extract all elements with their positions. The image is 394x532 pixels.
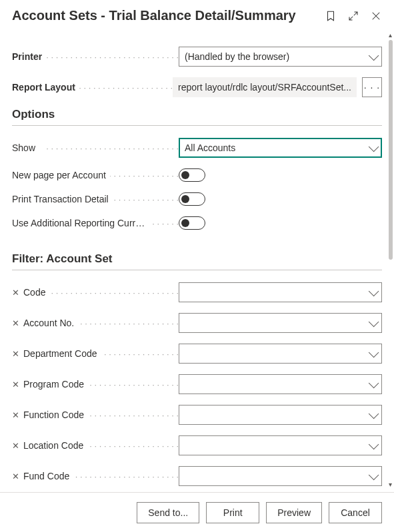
filter-rule bbox=[12, 270, 382, 270]
filter-code-label: Code bbox=[23, 287, 49, 298]
filter-fund_code-label: Fund Code bbox=[23, 471, 73, 481]
filter-department_code-select[interactable] bbox=[179, 344, 382, 364]
remove-filter-code-icon[interactable]: ✕ bbox=[12, 288, 21, 298]
show-label: Show bbox=[12, 142, 39, 153]
filter-program_code-label: Program Code bbox=[23, 379, 88, 390]
filter-fund_code-select[interactable] bbox=[179, 466, 382, 486]
report-layout-label: Report Layout bbox=[12, 82, 79, 93]
remove-filter-function_code-icon[interactable]: ✕ bbox=[12, 410, 21, 420]
remove-filter-location_code-icon[interactable]: ✕ bbox=[12, 441, 21, 451]
use-addl-label: Use Additional Reporting Curre... bbox=[12, 218, 152, 228]
remove-filter-fund_code-icon[interactable]: ✕ bbox=[12, 471, 21, 481]
filter-location_code-select[interactable] bbox=[179, 435, 382, 455]
scroll-up-icon[interactable]: ▴ bbox=[386, 31, 394, 39]
remove-filter-department_code-icon[interactable]: ✕ bbox=[12, 349, 21, 359]
printer-label: Printer bbox=[12, 51, 46, 62]
printer-select[interactable]: (Handled by the browser) bbox=[179, 47, 382, 67]
options-rule bbox=[12, 125, 382, 126]
filter-function_code-select[interactable] bbox=[179, 405, 382, 425]
filter-department_code-label: Department Code bbox=[23, 348, 101, 359]
report-layout-value: report layout/rdlc layout/SRFAccountSet.… bbox=[173, 77, 357, 97]
expand-icon[interactable] bbox=[347, 10, 359, 22]
filter-account_no-label: Account No. bbox=[23, 318, 78, 328]
send-to-button[interactable]: Send to... bbox=[137, 502, 199, 523]
print-detail-toggle[interactable] bbox=[179, 192, 205, 206]
show-select[interactable]: All Accounts bbox=[179, 138, 382, 158]
bookmark-icon[interactable] bbox=[325, 10, 337, 22]
options-section-header: Options bbox=[12, 108, 382, 121]
printer-value: (Handled by the browser) bbox=[185, 51, 365, 62]
print-detail-label: Print Transaction Detail bbox=[12, 194, 113, 204]
new-page-toggle[interactable] bbox=[179, 168, 205, 182]
filter-function_code-label: Function Code bbox=[23, 409, 88, 420]
scroll-down-icon[interactable]: ▾ bbox=[386, 480, 394, 488]
remove-filter-program_code-icon[interactable]: ✕ bbox=[12, 380, 21, 390]
new-page-label: New page per Account bbox=[12, 170, 110, 180]
filter-location_code-label: Location Code bbox=[23, 440, 87, 451]
report-layout-lookup-button[interactable]: · · · bbox=[362, 77, 382, 97]
filter-code-select[interactable] bbox=[179, 282, 382, 302]
show-value: All Accounts bbox=[185, 142, 365, 153]
print-button[interactable]: Print bbox=[206, 502, 259, 523]
remove-filter-account_no-icon[interactable]: ✕ bbox=[12, 318, 21, 328]
filter-section-header: Filter: Account Set bbox=[12, 252, 382, 266]
filter-account_no-select[interactable] bbox=[179, 313, 382, 333]
scrollbar-thumb[interactable] bbox=[389, 40, 393, 260]
content-scroll[interactable]: Printer (Handled by the browser) Report … bbox=[0, 33, 394, 492]
page-title: Account Sets - Trial Balance Detail/Summ… bbox=[12, 8, 296, 23]
cancel-button[interactable]: Cancel bbox=[329, 502, 382, 523]
close-icon[interactable] bbox=[370, 10, 382, 22]
preview-button[interactable]: Preview bbox=[266, 502, 322, 523]
use-addl-toggle[interactable] bbox=[179, 216, 205, 230]
filter-program_code-select[interactable] bbox=[179, 374, 382, 394]
